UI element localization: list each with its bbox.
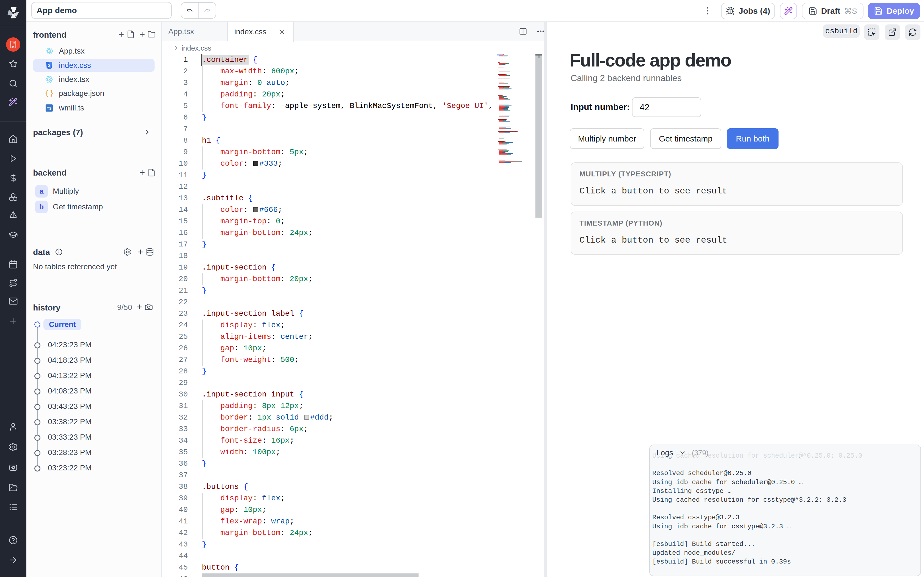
svg-text:3: 3 [48, 63, 50, 68]
svg-text:TS: TS [47, 106, 52, 110]
